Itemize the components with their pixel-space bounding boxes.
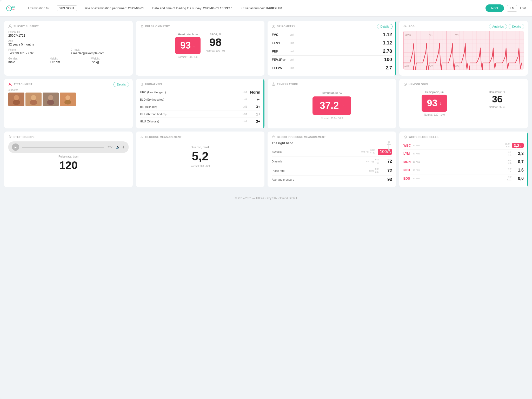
exit-button[interactable]: Exit [520,6,526,10]
pulse-metrics-row: Heart rate, bpm 93 ↓ Normal: 120 - 140 S… [140,31,260,58]
logo-icon: IDIS 2GO [6,4,18,12]
wbc-rows: WBC 10 *%L 11.4↑4.5↓ 3,2 ↓ LYM 10 *%L 3.… [403,141,524,182]
spiro-row-pef: PEF unit 2.78 [272,47,392,56]
spirometry-card: SPIROMETRY Details FVC unit 1.12 FEV1 un… [268,21,396,76]
photo-thumb-3[interactable] [43,93,59,106]
physical-row: Gender: male Height: 172 cm Weight: 72 k… [8,57,129,66]
audio-time: 02:50 [107,146,113,149]
svg-text:2GO: 2GO [12,8,15,10]
urine-row-uro: URO (Urobilinogen ) unit Norm [140,89,260,96]
wbc-down-arrow: ↓ [520,143,522,148]
svg-point-26 [65,95,70,100]
bp-rows: Systolic mm Hg 139↑119↓ 100 ↓ Diastolic … [272,147,392,184]
glucose-card: GLUCOSE MEASUREMENT Glucose, mol/L 5,2 N… [136,132,264,187]
down-arrow-icon: ↓ [193,43,195,49]
bp-row-diastolic: Diastolic mm Hg 91↑71↓ 72 [272,157,392,166]
accent-bar [395,21,396,76]
spirometry-details-button[interactable]: Details [377,24,393,29]
language-button[interactable]: EN [507,5,517,12]
svg-text:aVL: aVL [404,65,410,68]
svg-point-27 [64,100,71,104]
attachment-title: ATTACHMENT [8,82,129,86]
bp-row-avg: Average pressure 93 [272,176,392,184]
svg-text:-aVR: -aVR [404,33,411,36]
attachment-details-button[interactable]: Details [114,82,129,87]
gender-field: Gender: male [8,57,46,64]
photos-count: 4 photos [8,89,129,91]
progress-bar[interactable] [22,147,104,148]
ecg-analytics-button[interactable]: Analytics [489,24,507,29]
svg-point-37 [388,141,390,143]
wbc-row-mon: MON 10 *%L 0.9↑0.1↓ 0,7 [403,158,524,166]
svg-line-40 [387,149,389,153]
hemoglobin-icon [403,82,407,86]
exam-label: Examination №: [28,6,50,10]
thermometer-icon [272,82,275,86]
heart-rate-metric: Heart rate, bpm 93 ↓ Normal: 120 - 140 [175,33,201,58]
photo-thumb-2[interactable] [25,93,42,106]
urinalysis-card: URINALYSIS URO (Urobilinogen ) unit Norm… [136,79,264,128]
hgb-value-box: 93 ↓ [422,95,447,112]
urinalysis-rows: URO (Urobilinogen ) unit Norm BLD (Eryth… [140,89,260,125]
photo-thumb-1[interactable] [8,93,24,106]
header-info: Date of examination performed: 2021-03-0… [83,6,479,10]
header: IDIS 2GO Examination №: 28379081 Date of… [0,0,532,17]
bp-title: BLOOD PRESSURE MEASUREMENT [272,135,392,139]
temperature-box: 37.2 ↑ [312,96,351,115]
wbc-row-wbc: WBC 10 *%L 11.4↑4.5↓ 3,2 ↓ [403,141,524,150]
spirometry-rows: FVC unit 1.12 FEV1 unit 1.12 PEF unit 2.… [272,31,392,72]
wbc-card: WHITE BLOOD CELLS WBC 10 *%L 11.4↑4.5↓ 3… [399,132,528,187]
heart-rate-box: 93 ↓ [175,37,201,54]
hct-metric: Hematocrit, % 36 Normal: 35-53 [489,91,505,108]
svg-point-33 [405,84,406,85]
svg-point-15 [9,83,11,84]
ecg-card: ECG Analytics Details [399,21,528,76]
urine-row-ket: KET (Ketone bodies) unit 1+ [140,110,260,118]
stethoscope-card: STETHOSCOPE ▶ 02:50 🔈 ⬇ Pulse rate, bpm … [4,132,133,187]
urine-icon [140,82,144,86]
blood-pressure-card: BLOOD PRESSURE MEASUREMENT The right han… [268,132,396,187]
wbc-icon [403,135,407,139]
survey-subject-title: SURVEY SUBJECT [8,24,129,28]
person-icon [8,24,12,28]
svg-point-34 [9,135,9,136]
glucose-center: Glucose, mol/L 5,2 Normal: 3.0 - 6.9 [140,141,260,172]
spirometry-title: SPIROMETRY [272,24,392,28]
spiro-row-fef25: FEF25 unit 2.7 [272,64,392,72]
wbc-value-box: 3,2 ↓ [512,143,524,148]
footer: © 2017-2021 — IDIS2GO by SK-Telemed GmbH [0,191,532,205]
print-button[interactable]: Print [486,4,504,12]
hemoglobin-card: HEMOGLOBIN Hemoglobin, r/n 93 ↓ Normal: … [399,79,528,128]
height-field: Height: 172 cm [50,57,87,64]
ecg-graph: -aVR V1 V4 aVL V2 V5 aVF V3 V6 [403,31,524,70]
photo-thumb-4[interactable] [60,93,76,106]
temperature-center: Temperature °C 37.2 ↑ Normal: 35.9 - 36.… [272,89,392,122]
wbc-row-neu: NEU 10 *%L 5.5↑1.8↓ 1,6 [403,166,524,175]
svg-point-20 [31,95,36,100]
bp-row-pulse: Pulse rate bpm 80↑65↓ 72 [272,166,392,175]
attachment-card: ATTACHMENT Details 4 photos [4,79,133,128]
volume-icon[interactable]: 🔈 [116,145,120,149]
up-arrow-icon: ↑ [341,103,344,109]
play-button[interactable]: ▶ [12,143,19,151]
bp-icon [272,135,275,139]
audio-controls: 🔈 ⬇ [116,145,125,149]
hgb-down-arrow-icon: ↓ [439,100,442,106]
stethoscope-title: STETHOSCOPE [8,135,129,139]
logo-area: IDIS 2GO [6,4,18,12]
ecg-details-button[interactable]: Details [509,24,524,29]
svg-point-43 [404,136,405,137]
photos-row [8,93,129,106]
email-field: E - mail: a.mahler@example.com [71,48,129,55]
urine-row-bld: BLD (Erythrocytes) unit +- [140,96,260,103]
attachment-icon [8,82,12,86]
main-grid: SURVEY SUBJECT Patient ID: 255CM1721 Age… [0,17,532,191]
svg-point-18 [13,100,20,105]
download-icon[interactable]: ⬇ [122,145,125,149]
glucose-icon [140,135,144,139]
urine-row-glu: GLU (Glucose) unit 3+ [140,118,260,125]
spiro-row-fev1: FEV1 unit 1.12 [272,39,392,47]
svg-point-44 [405,137,406,138]
spiro-row-fvc: FVC unit 1.12 [272,31,392,39]
urine-row-bil: BIL (Bilirubin) unit 3+ [140,103,260,110]
